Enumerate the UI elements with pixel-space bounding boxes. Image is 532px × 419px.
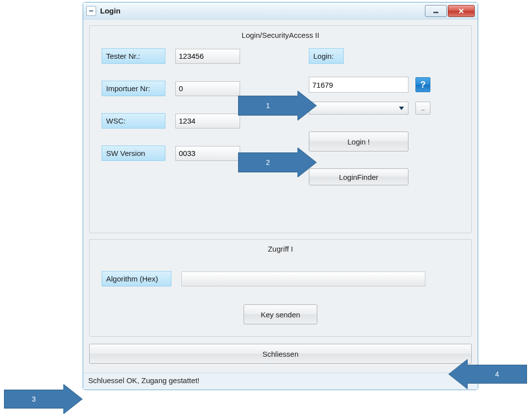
importer-label: Importuer Nr: [102, 81, 165, 96]
callout-4: 4 [467, 365, 527, 384]
login-code-input[interactable] [309, 77, 408, 93]
algorithm-input[interactable] [181, 272, 425, 286]
group-zugriff: Zugriff I Algorithm (Hex) Key senden [89, 239, 472, 337]
wsc-label: WSC: [102, 113, 165, 129]
callout-2: 2 [238, 152, 298, 172]
help-button[interactable]: ? [415, 77, 430, 92]
window-buttons [424, 5, 475, 17]
importer-input[interactable] [175, 81, 240, 96]
algorithm-label: Algorithm (Hex) [102, 271, 171, 286]
login-label: Login: [309, 48, 344, 64]
login-button[interactable]: Login ! [309, 132, 408, 151]
window-title: Login [100, 6, 424, 15]
group2-title: Zugriff I [90, 240, 471, 262]
schliessen-button[interactable]: Schliessen [89, 344, 472, 364]
svg-rect-0 [89, 10, 93, 11]
client-area: Login/SecurityAccess II Tester Nr.: Impo… [83, 19, 478, 373]
status-bar: Schluessel OK, Zugang gestattet! [83, 373, 478, 390]
login-combo[interactable] [309, 102, 408, 115]
close-button[interactable] [448, 5, 475, 17]
minimize-button[interactable] [425, 5, 447, 17]
status-text: Schluessel OK, Zugang gestattet! [88, 376, 199, 385]
group1-title: Login/SecurityAccess II [90, 26, 471, 48]
swversion-label: SW Version [102, 145, 165, 161]
system-menu-icon[interactable] [86, 6, 96, 16]
tester-input[interactable] [175, 49, 240, 64]
group-login-security: Login/SecurityAccess II Tester Nr.: Impo… [89, 25, 472, 233]
key-send-button[interactable]: Key senden [244, 304, 317, 324]
more-button[interactable]: .. [415, 102, 430, 115]
loginfinder-button[interactable]: LoginFinder [309, 168, 408, 185]
titlebar[interactable]: Login [83, 2, 478, 19]
callout-1: 1 [238, 96, 298, 116]
swversion-input[interactable] [175, 146, 240, 161]
close-bar: Schliessen [89, 343, 472, 367]
right-column: Login: ? .. Login ! LoginFinder [309, 48, 458, 185]
tester-label: Tester Nr.: [102, 48, 165, 64]
callout-3: 3 [4, 390, 64, 409]
wsc-input[interactable] [175, 114, 240, 129]
login-window: Login Login/SecurityAccess II Tester Nr.… [83, 2, 478, 390]
